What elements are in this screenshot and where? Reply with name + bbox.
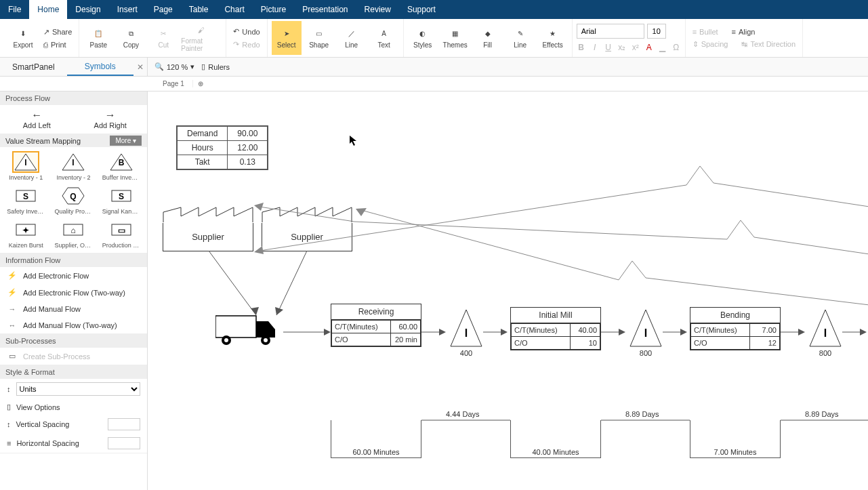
bending-process[interactable]: Bending C/T(Minutes)7.00 C/O12 (690, 307, 781, 350)
menu-design[interactable]: Design (67, 0, 108, 19)
styles-button[interactable]: ◐Styles (408, 21, 438, 55)
page-tab-1[interactable]: Page 1 (154, 80, 193, 87)
add-electronic-flow-2way[interactable]: ⚡Add Electronic Flow (Two-way) (0, 284, 147, 301)
view-options[interactable]: ▯View Options (0, 399, 147, 415)
undo-button[interactable]: ↶Undo (230, 26, 262, 37)
redo-button[interactable]: ↷Redo (230, 39, 262, 50)
zoom-control[interactable]: 🔍120 %▾ (154, 62, 194, 71)
menu-home[interactable]: Home (29, 0, 67, 19)
omega-button[interactable]: Ω (671, 43, 681, 52)
truck-shape[interactable] (215, 312, 290, 346)
receiving-process[interactable]: Receiving C/T(Minutes)60.00 C/O20 min (331, 304, 421, 347)
units-select[interactable]: Units (16, 382, 141, 396)
line-tool[interactable]: ／Line (337, 21, 367, 55)
effects-button[interactable]: ★Effects (538, 21, 568, 55)
symbol-buffer-inventory[interactable]: BBuffer Inventory (98, 150, 144, 182)
shape-tool[interactable]: ▭Shape (304, 21, 334, 55)
menu-insert[interactable]: Insert (109, 0, 146, 19)
symbol-quality-problem[interactable]: QQuality Problem (50, 184, 96, 216)
symbol-supplier-outs-[interactable]: ⌂Supplier, Outs... (50, 218, 96, 250)
symbol-icon: B (108, 151, 135, 173)
symbol-icon: I (12, 151, 39, 173)
menu-presentation[interactable]: Presentation (294, 0, 356, 19)
symbol-kaizen-burst[interactable]: ✦Kaizen Burst (3, 218, 49, 250)
menu-table[interactable]: Table (181, 0, 217, 19)
symbol-production-co-[interactable]: ▭Production Co... (98, 218, 144, 250)
download-icon: ⬇ (17, 28, 29, 40)
menu-page[interactable]: Page (146, 0, 181, 19)
hspacing-input[interactable] (108, 437, 140, 449)
text-tool[interactable]: AText (369, 21, 399, 55)
fill-icon: ◆ (482, 28, 494, 40)
close-panel-button[interactable]: ✕ (133, 58, 147, 76)
svg-marker-38 (501, 329, 508, 335)
symbol-inventory-2[interactable]: IInventory - 2 (50, 150, 96, 182)
superscript-button[interactable]: x² (631, 43, 640, 52)
print-button[interactable]: ⎙Print (41, 39, 75, 50)
svg-marker-46 (860, 329, 867, 335)
symbol-safety-inventory[interactable]: SSafety Inventory (3, 184, 49, 216)
font-name-input[interactable] (577, 24, 644, 39)
inventory-2[interactable]: I 800 (625, 308, 666, 357)
inventory-3[interactable]: I 800 (805, 308, 846, 357)
ruler-icon: ▯ (201, 62, 205, 71)
highlight-button[interactable]: ▁ (658, 43, 667, 52)
create-sub-process: ▭Create Sub-Process (0, 348, 147, 365)
add-left-button[interactable]: ←Add Left (0, 105, 74, 134)
data-box[interactable]: Demand90.00 Hours12.00 Takt0.13 (176, 125, 268, 170)
zigzag-icon: ⚡ (7, 271, 18, 280)
underline-button[interactable]: U (604, 43, 613, 52)
inventory-1[interactable]: I 400 (446, 308, 487, 357)
timeline-box-3[interactable]: 7.00 Minutes (690, 420, 781, 458)
svg-marker-40 (619, 329, 625, 335)
menu-support[interactable]: Support (399, 0, 444, 19)
add-electronic-flow[interactable]: ⚡Add Electronic Flow (0, 267, 147, 284)
spacing-button[interactable]: ⇕Spacing (690, 39, 731, 50)
share-icon: ↗ (43, 28, 49, 37)
themes-button[interactable]: ▦Themes (440, 21, 470, 55)
canvas[interactable]: Demand90.00 Hours12.00 Takt0.13 Supplier… (148, 91, 868, 490)
add-manual-flow-2way[interactable]: ↔Add Manual Flow (Two-way) (0, 317, 147, 333)
add-page-button[interactable]: ⊕ (193, 80, 208, 87)
font-size-input[interactable] (647, 24, 666, 39)
italic-button[interactable]: I (590, 43, 600, 52)
fill-button[interactable]: ◆Fill (473, 21, 503, 55)
days-label-2: 8.89 Days (625, 410, 659, 418)
more-button[interactable]: More ▾ (110, 136, 142, 146)
align-button[interactable]: ≡Align (729, 26, 758, 37)
supplier-shape-1[interactable]: Supplier (163, 207, 253, 251)
add-right-button[interactable]: →Add Right (74, 105, 148, 134)
select-tool[interactable]: ➤Select (272, 21, 302, 55)
menubar: File Home Design Insert Page Table Chart… (0, 0, 868, 19)
svg-text:I: I (24, 158, 26, 167)
vspacing-input[interactable] (108, 418, 140, 430)
share-button[interactable]: ↗Share (41, 26, 75, 38)
menu-review[interactable]: Review (356, 0, 399, 19)
paste-button[interactable]: 📋Paste (83, 21, 113, 55)
export-button[interactable]: ⬇Export (8, 21, 38, 55)
timeline-box-2[interactable]: 40.00 Minutes (510, 420, 601, 458)
bold-button[interactable]: B (577, 43, 586, 52)
menu-chart[interactable]: Chart (216, 0, 252, 19)
text-direction-button[interactable]: ↹Text Direction (739, 39, 798, 50)
format-painter-button[interactable]: 🖌Format Painter (181, 21, 222, 55)
timeline-box-1[interactable]: 60.00 Minutes (331, 420, 421, 458)
initial-mill-process[interactable]: Initial Mill C/T(Minutes)40.00 C/O10 (510, 307, 601, 350)
font-color-button[interactable]: A (644, 43, 654, 52)
menu-file[interactable]: File (0, 0, 29, 19)
bullet-icon: ≡ (693, 28, 697, 36)
subscript-button[interactable]: x₂ (617, 43, 627, 52)
line-style-button[interactable]: ✎Line (505, 21, 535, 55)
svg-text:▭: ▭ (117, 226, 125, 235)
smartpanel-tab[interactable]: SmartPanel (0, 58, 67, 76)
rulers-toggle[interactable]: ▯Rulers (201, 62, 230, 71)
add-manual-flow[interactable]: →Add Manual Flow (0, 301, 147, 317)
bullet-button[interactable]: ≡Bullet (690, 26, 721, 37)
symbols-tab[interactable]: Symbols (67, 58, 134, 76)
supplier-shape-2[interactable]: Supplier (262, 207, 352, 251)
cut-button[interactable]: ✂Cut (148, 21, 178, 55)
copy-button[interactable]: ⧉Copy (116, 21, 146, 55)
menu-picture[interactable]: Picture (253, 0, 294, 19)
symbol-signal-kanban[interactable]: SSignal Kanban (98, 184, 144, 216)
symbol-inventory-1[interactable]: IInventory - 1 (3, 150, 49, 182)
